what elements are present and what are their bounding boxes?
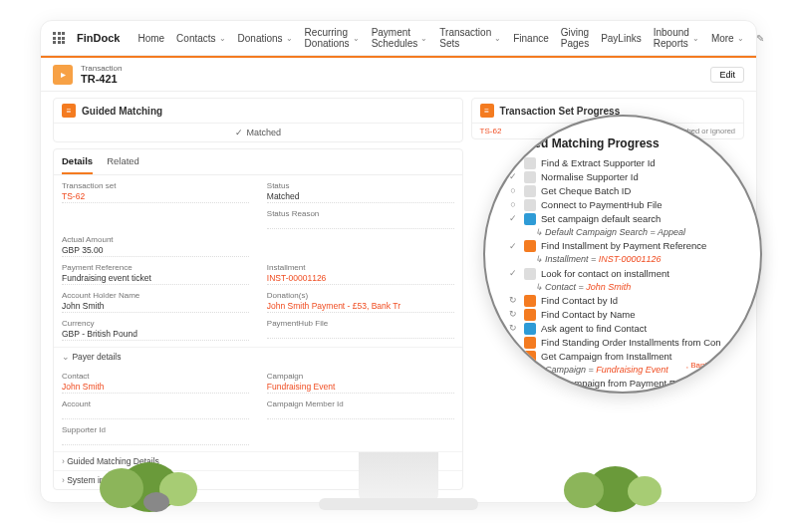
circle-icon: ○ — [507, 199, 519, 211]
app-launcher-icon[interactable] — [53, 32, 65, 44]
nav-contacts[interactable]: Contacts⌄ — [176, 33, 225, 44]
field-status: StatusMatched — [267, 181, 454, 203]
check-icon: ✓ — [507, 171, 519, 183]
skip-icon: ↻ — [507, 309, 519, 321]
chevron-down-icon: ⌄ — [420, 34, 427, 43]
panel-title: Guided Matching — [82, 106, 162, 117]
progress-step: ✓Normalise Supporter Id — [507, 170, 742, 184]
progress-step: ✓Set campaign default search — [507, 212, 742, 226]
global-nav: FinDock Home Contacts⌄ Donations⌄ Recurr… — [41, 21, 756, 56]
nav-home[interactable]: Home — [137, 33, 164, 44]
field-currency: CurrencyGBP - British Pound — [62, 319, 249, 341]
progress-step: ↻Find Contact by Id — [507, 294, 742, 308]
nav-transaction-sets[interactable]: Transaction Sets⌄ — [439, 27, 501, 49]
record-object-label: Transaction — [81, 64, 123, 73]
tab-details[interactable]: Details — [62, 149, 93, 174]
step-badge-icon — [524, 323, 536, 335]
progress-step: ↻Find Standing Order Installments from C… — [507, 336, 742, 350]
step-badge-icon — [524, 157, 536, 169]
field-campaign: CampaignFundraising Event — [267, 372, 454, 394]
nav-giving-pages[interactable]: Giving Pages — [561, 27, 589, 49]
record-title: TR-421 — [81, 73, 123, 85]
field-contact: ContactJohn Smith — [62, 372, 249, 394]
field-actual-amount: Actual AmountGBP 35.00 — [62, 235, 249, 257]
field-donations: Donation(s)John Smith Payment - £53, Ban… — [267, 291, 454, 313]
edit-nav-icon[interactable]: ✎ — [756, 33, 764, 44]
progress-substep: ↳Default Campaign Search = Appeal — [507, 226, 742, 239]
field-transaction-set: Transaction setTS-62 — [62, 181, 249, 203]
monitor-stand — [359, 452, 438, 502]
app-brand: FinDock — [77, 32, 120, 44]
nav-donations[interactable]: Donations⌄ — [238, 33, 293, 44]
progress-step: ✓Look for contact on installment — [507, 267, 742, 281]
skip-icon: ↻ — [507, 295, 519, 307]
transaction-icon: ▸ — [53, 65, 73, 85]
field-account-holder: Account Holder NameJohn Smith — [62, 291, 249, 313]
step-badge-icon — [524, 295, 536, 307]
step-badge-icon — [524, 268, 536, 280]
step-label: Find Contact by Name — [541, 309, 636, 321]
progress-substep: ↳Contact = John Smith — [507, 281, 742, 294]
field-payment-reference: Payment ReferenceFundraising event ticke… — [62, 263, 249, 285]
check-icon: ✓ — [507, 268, 519, 280]
nav-inbound-reports[interactable]: Inbound Reports⌄ — [654, 27, 699, 49]
step-label: Set campaign default search — [541, 213, 661, 225]
chevron-down-icon: ⌄ — [219, 34, 226, 43]
progress-link[interactable]: TS-62 — [480, 127, 502, 135]
field-installment: InstallmentINST-00001126 — [267, 263, 454, 285]
step-label: Find & Extract Supporter Id — [541, 157, 656, 169]
field-campaign-member: Campaign Member Id — [267, 399, 454, 419]
step-badge-icon — [524, 199, 536, 211]
nav-paylinks[interactable]: PayLinks — [601, 33, 642, 44]
chevron-down-icon: ⌄ — [737, 34, 744, 43]
field-paymenthub-file: PaymentHub File — [267, 319, 454, 341]
step-label: Find Standing Order Installments from Co… — [541, 337, 721, 349]
zoom-callout: Guided Matching Progress ○Find & Extract… — [483, 115, 762, 394]
chevron-down-icon: ⌄ — [692, 34, 699, 43]
nav-finance[interactable]: Finance — [513, 33, 549, 44]
section-payer-details[interactable]: Payer details — [54, 347, 462, 366]
step-badge-icon — [524, 309, 536, 321]
guided-matching-panel: ≡Guided Matching Matched — [53, 98, 463, 142]
skip-icon: ↻ — [507, 323, 519, 335]
details-panel: Details Related Transaction setTS-62 Sta… — [53, 148, 463, 490]
step-badge-icon — [524, 240, 536, 252]
decorative-bush — [558, 442, 677, 512]
decorative-bush — [100, 442, 219, 512]
chevron-down-icon: ⌄ — [494, 34, 501, 43]
step-label: Find Contact by Id — [541, 295, 618, 307]
step-badge-icon — [524, 337, 536, 349]
step-label: Normalise Supporter Id — [541, 171, 639, 183]
record-header: ▸ Transaction TR-421 Edit — [41, 58, 756, 92]
edit-button[interactable]: Edit — [710, 67, 744, 83]
step-badge-icon — [524, 185, 536, 197]
progress-substep: ↳Installment = INST-00001126 — [507, 253, 742, 266]
progress-steps: ○Find & Extract Supporter Id✓Normalise S… — [507, 156, 742, 394]
check-icon: ✓ — [507, 213, 519, 225]
nav-more[interactable]: More⌄ — [711, 33, 744, 44]
tab-related[interactable]: Related — [107, 149, 139, 174]
panel-title: Transaction Set Progress — [500, 106, 621, 117]
chevron-down-icon: ⌄ — [286, 34, 293, 43]
progress-step: ○Find & Extract Supporter Id — [507, 156, 742, 170]
progress-step: ↻Find Contact by Name — [507, 308, 742, 322]
matched-status: Matched — [54, 124, 462, 141]
field-account: Account — [62, 399, 249, 419]
panel-icon: ≡ — [480, 104, 494, 118]
step-badge-icon — [524, 171, 536, 183]
panel-icon: ≡ — [62, 104, 76, 118]
nav-recurring-donations[interactable]: Recurring Donations⌄ — [305, 27, 360, 49]
field-status-reason: Status Reason — [267, 209, 454, 229]
circle-icon: ○ — [507, 185, 519, 197]
step-label: Get Campaign from Installment — [541, 351, 671, 363]
progress-step: ○Get Cheque Batch ID — [507, 184, 742, 198]
progress-step: ○Connect to PaymentHub File — [507, 198, 742, 212]
step-label: Find Installment by Payment Reference — [541, 240, 706, 252]
step-label: Ask agent to find Contact — [541, 323, 647, 335]
step-badge-icon — [524, 213, 536, 225]
progress-step: ✓Find Installment by Payment Reference — [507, 239, 742, 253]
chevron-down-icon: ⌄ — [353, 34, 360, 43]
check-icon: ✓ — [507, 240, 519, 252]
nav-payment-schedules[interactable]: Payment Schedules⌄ — [372, 27, 428, 49]
step-label: Connect to PaymentHub File — [541, 199, 662, 211]
